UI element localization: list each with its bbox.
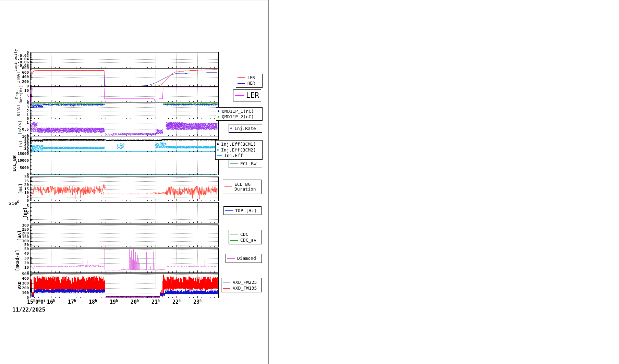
legend-item-vxd-fw225: VXD_FW225 — [223, 280, 260, 285]
legend-label-diamond: Diamond — [237, 256, 256, 261]
exponent-label: x106 — [9, 200, 19, 206]
cdc-av-line-swatch — [230, 240, 238, 241]
legend-item-injeff-bcm2: Inj.Eff(BCM2) — [217, 148, 261, 153]
y-axis-label-ecl-bw: ECL_BW — [12, 156, 17, 172]
legend-item-injeff-bcm1: Inj.Eff(BCM1) — [217, 142, 261, 147]
legend-item-diamond: Diamond — [227, 256, 260, 261]
x-tick-label: 18h — [89, 299, 97, 305]
y-axis-label-luminosity: Luminosity — [14, 49, 18, 72]
legend-label-qmd2: QMD11P_2(nC) — [222, 114, 254, 119]
legend-label-vxd-fw225: VXD_FW225 — [233, 280, 257, 285]
legend-vxd: VXD_FW225 VXD_FW135 — [221, 278, 262, 292]
legend-item-qmd1: QMD11P_1(nC) — [218, 109, 261, 114]
legend-item-qmd2: QMD11P_2(nC) — [218, 114, 261, 119]
y-axis-label-current: I[mA] — [16, 72, 21, 83]
y-axis-label-cdc: [uA] — [17, 230, 22, 241]
her-line-swatch — [238, 83, 245, 84]
legend-item-top: TOP [Hz] — [225, 208, 260, 213]
legend-label-eclbw: ECL_BW — [240, 161, 256, 166]
x-tick-label: 20h — [131, 299, 139, 305]
legend-diamond: Diamond — [226, 254, 262, 263]
legend-label-eclbg: ECL BG Duration — [234, 182, 256, 191]
injeff-bcm1-dot-swatch — [217, 143, 219, 145]
legend-item-eclbg: ECL BG Duration — [224, 182, 260, 191]
legend-item-injeff: Inj.Eff — [217, 153, 261, 158]
legend-label-cdc: CDC — [240, 232, 248, 237]
legend-item-cdc-av: CDC_av — [230, 238, 260, 243]
legend-item-vxd-fw135: VXD_FW135 — [223, 286, 260, 291]
legend-inj-rate: Inj.Rate — [229, 124, 262, 133]
injrate-dot-swatch — [230, 128, 232, 129]
eclbg-line-swatch — [224, 186, 232, 187]
legend-charge: QMD11P_1(nC) QMD11P_2(nC) — [216, 107, 263, 121]
diamond-line-swatch — [227, 258, 235, 259]
legend-label-ler: LER — [247, 76, 255, 80]
legend-label-injrate: Inj.Rate — [234, 126, 256, 131]
legend-item-her: HER — [238, 81, 261, 86]
y-axis-label-top: [Hz] — [23, 207, 28, 218]
injeff-line-swatch — [217, 155, 222, 156]
legend-label-her: HER — [247, 81, 255, 86]
legend-label-cdc-av: CDC_av — [240, 238, 256, 243]
legend-label-top: TOP [Hz] — [235, 208, 257, 213]
legend-ecl-bw: ECL_BW — [229, 160, 262, 168]
x-axis-labels: 15h0m0s16h17h18h19h20h21h22h23h — [0, 299, 269, 307]
y-axis-label-inj-rate: [mA/s] — [18, 121, 22, 134]
x-tick-label: 16h — [47, 299, 55, 305]
legend-label-vxd-fw135: VXD_FW135 — [233, 286, 257, 291]
y-axis-label-charge: Q[nC] — [16, 105, 21, 116]
legend-item-eclbw: ECL_BW — [230, 161, 260, 166]
legend-item-injrate: Inj.Rate — [230, 126, 260, 131]
x-tick-label: 15h0m0s — [27, 299, 46, 305]
legend-top-rate: TOP [Hz] — [223, 206, 262, 215]
legend-label-injeff-bcm2: Inj.Eff(BCM2) — [221, 148, 256, 153]
x-tick-label: 22h — [172, 299, 181, 305]
legend-item-ler: LER — [238, 76, 261, 80]
legend-item-cdc: CDC — [230, 232, 260, 237]
x-tick-label: 23h — [193, 299, 202, 305]
x-tick-label: 21h — [151, 299, 160, 305]
legend-label-rep-ler: LER — [246, 92, 259, 99]
legend-beam-current: LER HER — [236, 74, 263, 88]
legend-rep-rate: LER — [233, 89, 261, 101]
beam-monitor-window: { "chart_data": { "type": "line", "date_… — [0, 0, 619, 364]
y-axis-label-ecl-bg: [ms] — [18, 183, 23, 194]
y-axis-label-inj-eff: [%] — [19, 141, 23, 147]
date-label: 11/22/2025 — [12, 306, 45, 313]
qmd1-dot-swatch — [218, 110, 219, 112]
top-line-swatch — [225, 210, 233, 211]
legend-label-qmd1: QMD11P_1(nC) — [222, 109, 254, 114]
legend-cdc: CDC CDC_av — [229, 230, 262, 244]
x-tick-label: 17h — [68, 299, 76, 305]
eclbw-line-swatch — [230, 163, 238, 164]
y-axis-label-diamond: [mRad/s] — [15, 250, 20, 271]
legend-label-injeff: Inj.Eff — [224, 153, 243, 158]
qmd2-dot-swatch — [218, 116, 219, 118]
legend-ecl-bg-duration: ECL BG Duration — [223, 180, 262, 194]
x-tick-label: 19h — [110, 299, 118, 305]
vxd-fw135-line-swatch — [223, 288, 230, 289]
y-axis-label-rep-rate: Rep. Rate[Hz] — [15, 85, 23, 104]
injeff-bcm2-dot-swatch — [217, 149, 219, 151]
ler-line-swatch — [238, 77, 245, 78]
y-axis-label-vxd: VXD — [17, 281, 22, 289]
legend-inj-eff: Inj.Eff(BCM1) Inj.Eff(BCM2) Inj.Eff — [215, 140, 263, 160]
cdc-line-swatch — [230, 234, 238, 234]
vxd-fw225-line-swatch — [223, 282, 230, 282]
legend-label-injeff-bcm1: Inj.Eff(BCM1) — [221, 142, 256, 147]
legend-item-rep-ler: LER — [235, 92, 259, 99]
rep-ler-line-swatch — [235, 95, 244, 96]
